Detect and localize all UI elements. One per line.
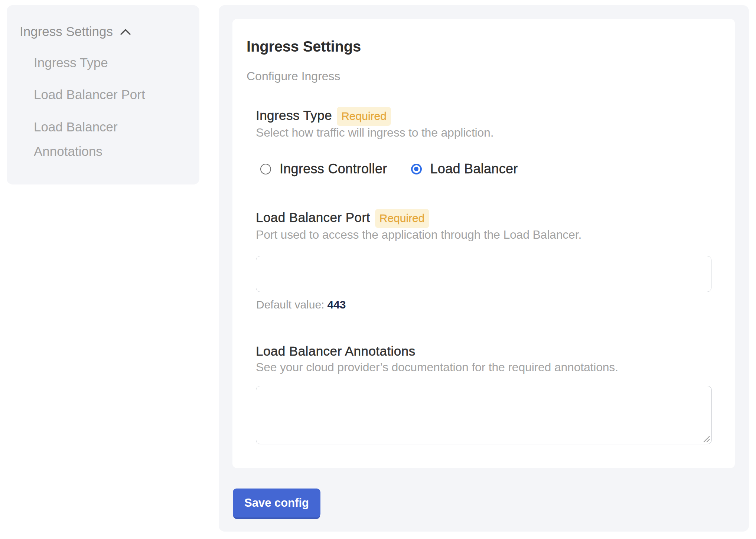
radio-load-balancer[interactable] (411, 164, 422, 174)
field-description-load-balancer-port: Port used to access the application thro… (256, 229, 581, 241)
sidebar-item-load-balancer-port[interactable]: Load Balancer Port (34, 82, 182, 107)
radio-dot (414, 167, 418, 171)
default-value-label: Default value: (256, 298, 324, 311)
radio-option-load-balancer[interactable]: Load Balancer (411, 162, 518, 176)
page-subtitle: Configure Ingress (247, 70, 340, 82)
sidebar-item-ingress-type[interactable]: Ingress Type (34, 50, 182, 75)
radio-label-ingress-controller: Ingress Controller (280, 162, 387, 176)
ingress-type-radio-group: Ingress Controller Load Balancer (260, 162, 518, 176)
field-description-load-balancer-annotations: See your cloud provider’s documentation … (256, 361, 618, 373)
default-value: 443 (327, 298, 346, 311)
field-label-ingress-type: Ingress Type (256, 109, 332, 122)
sidebar-item-load-balancer-annotations[interactable]: Load Balancer Annotations (34, 115, 182, 164)
field-label-load-balancer-annotations: Load Balancer Annotations (256, 344, 416, 357)
config-card: Ingress Settings Configure Ingress Ingre… (232, 19, 735, 468)
config-panel: Ingress Settings Configure Ingress Ingre… (219, 5, 749, 532)
load-balancer-port-input[interactable] (256, 256, 711, 292)
sidebar-group-ingress-settings[interactable]: Ingress Settings (20, 23, 131, 40)
config-page: Ingress Settings Ingress Type Load Balan… (0, 0, 756, 539)
radio-label-load-balancer: Load Balancer (430, 162, 518, 176)
radio-option-ingress-controller[interactable]: Ingress Controller (260, 162, 387, 176)
default-value-line: Default value:443 (256, 299, 346, 310)
required-badge: Required (337, 107, 391, 126)
config-nav-sidebar: Ingress Settings Ingress Type Load Balan… (7, 5, 199, 184)
radio-ingress-controller[interactable] (260, 164, 271, 174)
sidebar-group-label: Ingress Settings (20, 23, 113, 40)
field-label-load-balancer-port: Load Balancer Port (256, 211, 370, 224)
required-badge: Required (375, 209, 429, 228)
page-title: Ingress Settings (247, 39, 361, 54)
chevron-up-icon (120, 28, 131, 35)
field-description-ingress-type: Select how traffic will ingress to the a… (256, 127, 493, 138)
save-config-button[interactable]: Save config (233, 489, 320, 517)
load-balancer-annotations-textarea[interactable] (256, 386, 712, 444)
